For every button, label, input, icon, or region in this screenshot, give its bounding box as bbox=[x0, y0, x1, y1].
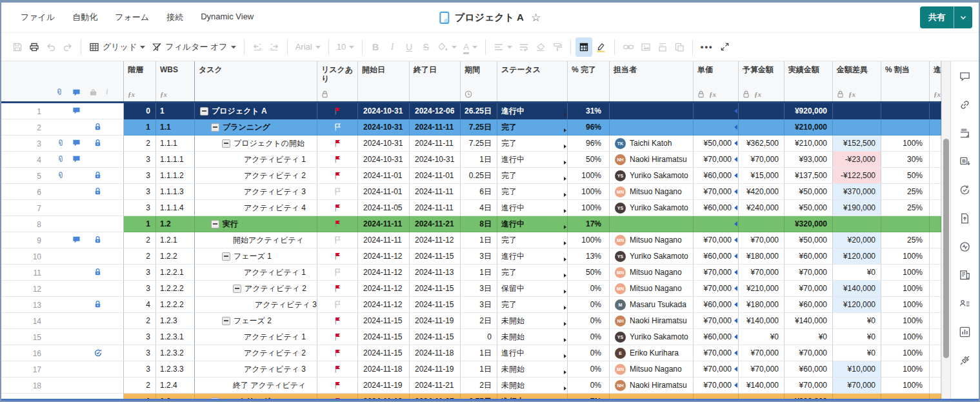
cell-start[interactable]: 2024-11-01 bbox=[358, 184, 410, 200]
cell-variance[interactable]: ¥140,000 bbox=[833, 281, 881, 297]
cell-status[interactable]: 完了 bbox=[497, 297, 568, 313]
column-header-actual[interactable]: 実績金額 bbox=[785, 61, 833, 101]
cell-progress[interactable] bbox=[930, 216, 941, 232]
cell-assignee[interactable]: MMasaru Tsukada bbox=[610, 297, 694, 313]
cell-variance[interactable]: ¥120,000 bbox=[833, 248, 881, 265]
cell-duration[interactable]: 2日 bbox=[461, 377, 497, 394]
cell-pct[interactable]: 0% bbox=[568, 313, 610, 329]
cell-variance[interactable] bbox=[833, 103, 881, 119]
cell-wbs[interactable]: 1.2.2 bbox=[156, 248, 195, 265]
cell-assignee[interactable] bbox=[610, 216, 694, 232]
cell-variance[interactable]: ¥0 bbox=[833, 265, 881, 281]
cell-duration[interactable]: 0 bbox=[461, 329, 497, 345]
cell-end[interactable]: 2024-10-31 bbox=[410, 152, 461, 168]
risk-flag-icon[interactable] bbox=[334, 284, 342, 293]
cell-duration[interactable]: 0.25日 bbox=[461, 168, 497, 184]
cell-alloc[interactable]: 100% bbox=[881, 248, 930, 265]
cell-assignee[interactable]: TKTaichi Katoh bbox=[610, 136, 694, 152]
row-number[interactable]: 2 bbox=[1, 123, 41, 132]
cell-alloc[interactable] bbox=[881, 119, 930, 136]
cell-wbs[interactable]: 1.2.1 bbox=[156, 232, 195, 248]
row-panel-cell[interactable]: 14 bbox=[1, 313, 124, 329]
cell-start[interactable]: 2024-11-15 bbox=[358, 313, 410, 329]
cell-task[interactable]: アクティビティ 4 bbox=[195, 200, 317, 216]
row-panel-cell[interactable]: 12 bbox=[1, 281, 124, 297]
print-button[interactable] bbox=[26, 37, 43, 57]
grid-view-button[interactable]: グリッド bbox=[86, 37, 148, 57]
cell-actual[interactable]: ¥60,000 bbox=[785, 248, 833, 265]
cell-task[interactable]: 実行 bbox=[195, 216, 317, 232]
row-number[interactable]: 8 bbox=[1, 220, 41, 229]
cell-actual[interactable]: ¥70,000 bbox=[785, 281, 833, 297]
cell-budget[interactable]: ¥362,500 bbox=[739, 136, 785, 152]
cell-duration[interactable]: 1日 bbox=[461, 232, 497, 248]
menu-item-1[interactable]: ファイル bbox=[21, 12, 55, 23]
risk-flag-icon[interactable] bbox=[334, 268, 342, 277]
cell-progress[interactable] bbox=[930, 345, 941, 361]
cell-status[interactable]: 進行中 bbox=[497, 200, 568, 216]
cell-start[interactable]: 2024-10-31 bbox=[358, 152, 410, 168]
cell-actual[interactable]: ¥70,000 bbox=[785, 265, 833, 281]
row-panel-cell[interactable]: 10 bbox=[1, 248, 124, 265]
risk-flag-icon[interactable] bbox=[334, 139, 342, 148]
cell-variance[interactable]: -¥122,500 bbox=[833, 168, 881, 184]
clip-icon[interactable] bbox=[57, 171, 65, 180]
cell-pct[interactable]: 0% bbox=[568, 345, 610, 361]
row-panel-cell[interactable]: 8 bbox=[1, 216, 124, 232]
cell-unit[interactable]: ¥60,000 bbox=[694, 248, 739, 265]
cell-duration[interactable]: 1日 bbox=[461, 361, 497, 377]
cell-alloc[interactable]: 100% bbox=[881, 297, 930, 313]
cell-end[interactable]: 2024-11-21 bbox=[410, 377, 461, 394]
collapse-toggle[interactable] bbox=[211, 123, 219, 132]
cell-task[interactable]: フェーズ 1 bbox=[195, 248, 317, 265]
cell-progress[interactable] bbox=[930, 281, 941, 297]
row-panel-cell[interactable]: 9 bbox=[1, 232, 124, 248]
cell-duration[interactable]: 6日 bbox=[461, 184, 497, 200]
cell-risk[interactable] bbox=[317, 345, 358, 361]
recur-icon[interactable] bbox=[94, 348, 103, 357]
clip-icon[interactable] bbox=[57, 155, 65, 164]
cell-actual[interactable]: ¥93,000 bbox=[785, 152, 833, 168]
cell-pct[interactable]: 50% bbox=[568, 152, 610, 168]
connectors-icon[interactable] bbox=[959, 354, 971, 367]
more-button[interactable]: ••• bbox=[697, 37, 717, 57]
collapse-toggle[interactable] bbox=[211, 220, 219, 228]
cell-variance[interactable]: ¥0 bbox=[833, 313, 881, 329]
risk-flag-icon[interactable] bbox=[334, 236, 342, 245]
clip-icon[interactable] bbox=[57, 139, 65, 148]
lock-icon[interactable] bbox=[94, 187, 102, 196]
cell-risk[interactable] bbox=[317, 216, 358, 232]
comment-icon[interactable] bbox=[72, 236, 81, 244]
cell-start[interactable]: 2024-10-31 bbox=[358, 119, 410, 136]
cell-alloc[interactable]: 100% bbox=[881, 361, 930, 377]
cell-progress[interactable] bbox=[930, 313, 941, 329]
cell-budget[interactable]: ¥180,000 bbox=[739, 248, 785, 265]
row-number[interactable]: 17 bbox=[1, 365, 41, 374]
cell-status[interactable]: 完了 bbox=[497, 184, 568, 200]
row-number[interactable]: 18 bbox=[1, 381, 41, 390]
row-panel-cell[interactable]: 2 bbox=[1, 119, 124, 136]
cell-status[interactable]: 保留中 bbox=[497, 281, 568, 297]
cell-progress[interactable] bbox=[930, 200, 941, 216]
cell-task[interactable]: アクティビティ 2 bbox=[195, 281, 317, 297]
cell-pct[interactable]: 0% bbox=[568, 297, 610, 313]
cell-alloc[interactable] bbox=[881, 394, 930, 401]
row-panel-cell[interactable]: 7 bbox=[1, 200, 124, 216]
cell-wbs[interactable]: 1.2.2.1 bbox=[156, 265, 195, 281]
row-panel-cell[interactable]: 1 bbox=[1, 103, 124, 119]
cell-unit[interactable]: ¥60,000 bbox=[694, 168, 739, 184]
cell-task[interactable]: アクティビティ 1 bbox=[195, 265, 317, 281]
cell-progress[interactable] bbox=[930, 152, 941, 168]
cell-level[interactable]: 1 bbox=[124, 119, 156, 136]
cell-budget[interactable]: ¥15,000 bbox=[739, 168, 785, 184]
cell-start[interactable]: 2024-10-31 bbox=[358, 103, 410, 119]
cell-pct[interactable]: 0% bbox=[568, 377, 610, 394]
cell-status[interactable]: 完了 bbox=[497, 136, 568, 152]
collapse-toggle[interactable] bbox=[222, 252, 230, 261]
cell-actual[interactable]: ¥70,000 bbox=[785, 345, 833, 361]
lock-icon[interactable] bbox=[94, 268, 102, 276]
cell-duration[interactable]: 2日 bbox=[461, 313, 497, 329]
cell-budget[interactable]: ¥140,000 bbox=[739, 313, 785, 329]
cell-level[interactable]: 3 bbox=[124, 265, 156, 281]
cell-status[interactable]: 進行中 bbox=[497, 152, 568, 168]
